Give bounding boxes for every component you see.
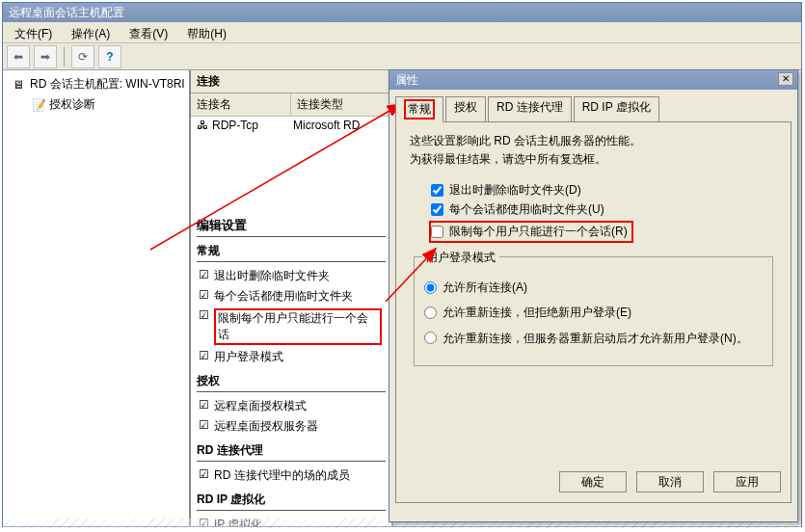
connections-columns: 连接名 连接类型 [191, 93, 391, 117]
chk-limit-session-input[interactable] [431, 226, 443, 238]
radio-reconnect-deny[interactable]: 允许重新连接，但拒绝新用户登录(E) [424, 305, 763, 321]
row-label: 每个会话都使用临时文件夹 [214, 289, 353, 303]
menu-help[interactable]: 帮助(H) [179, 24, 234, 40]
chk-use-temp[interactable]: 每个会话都使用临时文件夹(U) [431, 201, 777, 218]
connection-icon: 🖧 [197, 119, 208, 132]
conn-name: RDP-Tcp [212, 119, 258, 132]
window-title: 远程桌面会话主机配置 [3, 3, 801, 22]
nav-tree: 🖥 RD 会话主机配置: WIN-VT8RI 📝 授权诊断 [3, 70, 191, 526]
chk-delete-temp[interactable]: 退出时删除临时文件夹(D) [431, 182, 777, 199]
row-label: 远程桌面授权模式 [214, 399, 307, 412]
edit-settings: 编辑设置 常规 ☑退出时删除临时文件夹 ☑每个会话都使用临时文件夹 ☑限制每个用… [191, 134, 391, 526]
sec-auth: 授权 [197, 373, 386, 392]
menu-view[interactable]: 查看(V) [121, 24, 175, 40]
group-login-mode: 用户登录模式 允许所有连接(A) 允许重新连接，但拒绝新用户登录(E) 允许重新… [414, 256, 773, 366]
checksheet-icon: ☑ [197, 418, 210, 432]
middle-pane: 连接 连接名 连接类型 🖧RDP-Tcp Microsoft RD 编辑设置 常… [191, 70, 393, 526]
row-login-mode[interactable]: ☑用户登录模式 [197, 347, 386, 367]
menu-action[interactable]: 操作(A) [64, 24, 118, 40]
row-temp-use[interactable]: ☑每个会话都使用临时文件夹 [197, 286, 386, 306]
forward-icon[interactable]: ➡ [34, 45, 57, 68]
dialog-title-text: 属性 [395, 73, 418, 87]
dialog-description: 这些设置影响此 RD 会话主机服务器的性能。 为获得最佳结果，请选中所有复选框。 [410, 132, 777, 169]
refresh-icon[interactable]: ⟳ [71, 45, 94, 68]
apply-button[interactable]: 应用 [713, 471, 781, 492]
row-proxy-members[interactable]: ☑RD 连接代理中的场的成员 [197, 466, 386, 486]
tree-root[interactable]: 🖥 RD 会话主机配置: WIN-VT8RI [7, 74, 185, 94]
properties-dialog: 属性 ✕ 常规 授权 RD 连接代理 RD IP 虚拟化 这些设置影响此 RD … [389, 69, 798, 522]
toolbar-separator [64, 47, 65, 66]
tab-virt[interactable]: RD IP 虚拟化 [574, 96, 659, 122]
row-temp-delete[interactable]: ☑退出时删除临时文件夹 [197, 266, 386, 286]
group-legend: 用户登录模式 [422, 250, 499, 266]
row-label: 远程桌面授权服务器 [214, 419, 318, 433]
chk-label: 限制每个用户只能进行一个会话(R) [449, 224, 628, 240]
license-icon: 📝 [32, 98, 45, 112]
menu-file[interactable]: 文件(F) [7, 24, 60, 40]
checksheet-icon: ☑ [197, 467, 210, 481]
menubar: 文件(F) 操作(A) 查看(V) 帮助(H) [3, 22, 801, 43]
row-auth-mode[interactable]: ☑远程桌面授权模式 [197, 396, 386, 416]
checksheet-icon: ☑ [197, 398, 210, 412]
radio-label: 允许重新连接，但拒绝新用户登录(E) [443, 305, 631, 321]
row-limit-session[interactable]: ☑限制每个用户只能进行一个会话 [197, 306, 386, 347]
dialog-title: 属性 ✕ [389, 70, 797, 90]
tab-proxy[interactable]: RD 连接代理 [488, 96, 572, 122]
chk-label: 每个会话都使用临时文件夹(U) [449, 201, 604, 218]
conn-type: Microsoft RD [293, 119, 386, 132]
row-label: 用户登录模式 [214, 350, 283, 363]
checksheet-icon: ☑ [197, 268, 210, 281]
row-label: RD 连接代理中的场的成员 [214, 468, 350, 482]
checksheet-icon: ☑ [197, 288, 210, 302]
tab-general[interactable]: 常规 [395, 96, 443, 122]
radio-reconnect-deny-input[interactable] [424, 306, 437, 319]
tree-root-label: RD 会话主机配置: WIN-VT8RI [30, 76, 185, 93]
radio-reconnect-restart[interactable]: 允许重新连接，但服务器重新启动后才允许新用户登录(N)。 [424, 330, 763, 347]
checksheet-icon: ☑ [197, 308, 210, 322]
cancel-button[interactable]: 取消 [636, 471, 704, 492]
ok-button[interactable]: 确定 [559, 471, 627, 492]
row-label: 退出时删除临时文件夹 [214, 269, 330, 282]
server-icon: 🖥 [13, 78, 26, 92]
chk-delete-temp-input[interactable] [431, 184, 443, 197]
dialog-tabs: 常规 授权 RD 连接代理 RD IP 虚拟化 [395, 95, 792, 121]
radio-label: 允许所有连接(A) [443, 279, 527, 296]
highlight-limit-session: 限制每个用户只能进行一个会话 [214, 308, 382, 345]
highlight-tab-general: 常规 [404, 99, 435, 120]
checksheet-icon: ☑ [197, 349, 210, 362]
desc-line2: 为获得最佳结果，请选中所有复选框。 [410, 150, 777, 169]
toolbar: ⬅ ➡ ⟳ ? [3, 43, 801, 70]
chk-label: 退出时删除临时文件夹(D) [449, 182, 581, 199]
tree-child-license[interactable]: 📝 授权诊断 [7, 94, 185, 115]
sec-general: 常规 [197, 243, 386, 262]
col-name[interactable]: 连接名 [191, 93, 291, 116]
chk-use-temp-input[interactable] [431, 203, 443, 216]
connections-header: 连接 [191, 70, 391, 93]
col-type[interactable]: 连接类型 [291, 93, 391, 116]
highlight-chk-limit: 限制每个用户只能进行一个会话(R) [429, 221, 633, 243]
close-icon[interactable]: ✕ [778, 72, 793, 86]
desc-line1: 这些设置影响此 RD 会话主机服务器的性能。 [410, 132, 777, 150]
tab-auth[interactable]: 授权 [445, 96, 486, 122]
row-auth-server[interactable]: ☑远程桌面授权服务器 [197, 416, 386, 437]
radio-label: 允许重新连接，但服务器重新启动后才允许新用户登录(N)。 [443, 330, 748, 347]
sec-proxy: RD 连接代理 [197, 442, 386, 462]
sec-virt: RD IP 虚拟化 [197, 492, 386, 511]
help-icon[interactable]: ? [98, 45, 121, 68]
radio-reconnect-restart-input[interactable] [424, 332, 437, 344]
edit-settings-header: 编辑设置 [197, 217, 386, 237]
tab-page-general: 这些设置影响此 RD 会话主机服务器的性能。 为获得最佳结果，请选中所有复选框。… [395, 121, 792, 503]
back-icon[interactable]: ⬅ [7, 45, 30, 68]
radio-allow-all[interactable]: 允许所有连接(A) [424, 279, 763, 296]
connection-row[interactable]: 🖧RDP-Tcp Microsoft RD [191, 117, 391, 134]
radio-allow-all-input[interactable] [424, 281, 437, 294]
tree-child-label: 授权诊断 [49, 96, 95, 113]
dialog-buttons: 确定 取消 应用 [559, 471, 781, 492]
